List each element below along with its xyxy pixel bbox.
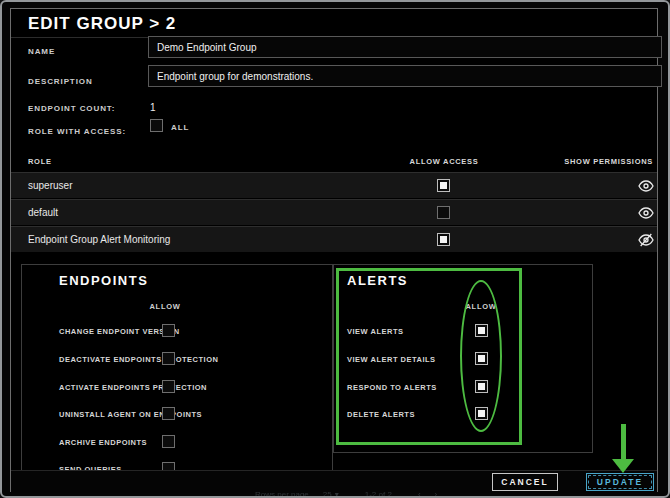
allow-access-checkbox[interactable]	[437, 179, 450, 192]
rows-per-page-label: Rows per page	[255, 490, 309, 498]
permission-label: ARCHIVE ENDPOINTS	[59, 438, 147, 447]
permission-label: ACTIVATE ENDPOINTS PROTECTION	[59, 383, 207, 392]
role-with-access-label: ROLE WITH ACCESS:	[28, 127, 126, 136]
update-arrow-annotation	[621, 424, 626, 460]
permission-checkbox[interactable]	[162, 462, 175, 470]
pagination-next-icon: ›	[435, 490, 438, 498]
eye-off-icon[interactable]	[638, 232, 654, 248]
cancel-button[interactable]: CANCEL	[492, 473, 558, 491]
permission-checkbox[interactable]	[475, 380, 488, 393]
update-button[interactable]: UPDATE	[586, 473, 654, 491]
endpoints-panel-title: ENDPOINTS	[59, 273, 148, 288]
description-input[interactable]	[148, 65, 662, 87]
table-row-endpoint-group-alert-monitoring: Endpoint Group Alert Monitoring	[11, 226, 657, 252]
roles-table-header: ROLE ALLOW ACCESS SHOW PERMISSIONS	[11, 153, 657, 170]
permission-label: VIEW ALERT DETAILS	[347, 355, 436, 364]
permission-checkbox[interactable]	[162, 407, 175, 420]
allow-access-checkbox[interactable]	[437, 206, 450, 219]
permission-label: VIEW ALERTS	[347, 327, 403, 336]
pagination-range-text: 1-2 of 2	[365, 490, 392, 498]
background-pagination-bar: Rows per page 25 ▾ 1-2 of 2 ‹ ›	[255, 490, 437, 498]
table-row-superuser: superuser	[11, 172, 657, 198]
permission-label: DEACTIVATE ENDPOINTS PROTECTION	[59, 355, 218, 364]
alerts-permissions-panel: ALERTS ALLOW VIEW ALERTS VIEW ALERT DETA…	[333, 264, 593, 453]
permission-checkbox[interactable]	[162, 352, 175, 365]
role-name: superuser	[28, 173, 72, 198]
all-checkbox-label: ALL	[171, 123, 189, 132]
endpoint-count-value: 1	[150, 102, 156, 113]
allow-access-checkbox[interactable]	[437, 233, 450, 246]
permission-label: RESPOND TO ALERTS	[347, 383, 437, 392]
eye-icon[interactable]	[638, 178, 654, 194]
dropdown-caret-icon: ▾	[335, 490, 339, 498]
pagination-prev-icon: ‹	[418, 490, 421, 498]
permission-checkbox[interactable]	[475, 352, 488, 365]
eye-icon[interactable]	[638, 205, 654, 221]
table-row-default: default	[11, 199, 657, 225]
endpoint-count-label: ENDPOINT COUNT:	[28, 104, 115, 113]
permission-checkbox[interactable]	[475, 407, 488, 420]
dialog-title: EDIT GROUP > 2	[28, 14, 176, 34]
permission-label: DELETE ALERTS	[347, 410, 415, 419]
column-header-allow-access: ALLOW ACCESS	[394, 153, 494, 170]
name-label: NAME	[28, 47, 55, 56]
column-header-show-permissions: SHOW PERMISSIONS	[564, 153, 653, 170]
permission-checkbox[interactable]	[162, 380, 175, 393]
endpoints-permissions-panel: ENDPOINTS ALLOW CHANGE ENDPOINT VERSION …	[21, 264, 333, 470]
column-header-role: ROLE	[28, 153, 52, 170]
alerts-allow-header: ALLOW	[456, 302, 506, 311]
endpoints-allow-header: ALLOW	[140, 302, 190, 311]
permission-checkbox[interactable]	[475, 324, 488, 337]
description-label: DESCRIPTION	[28, 77, 93, 86]
permission-checkbox[interactable]	[162, 324, 175, 337]
role-name: Endpoint Group Alert Monitoring	[28, 227, 170, 252]
edit-group-dialog: EDIT GROUP > 2 NAME DESCRIPTION ENDPOINT…	[10, 8, 658, 492]
name-input[interactable]	[148, 36, 662, 58]
permission-checkbox[interactable]	[162, 435, 175, 448]
alerts-panel-title: ALERTS	[347, 273, 408, 288]
all-roles-checkbox[interactable]	[150, 119, 163, 132]
rows-per-page-value: 25	[323, 490, 332, 498]
screenshot-frame: EDIT GROUP > 2 NAME DESCRIPTION ENDPOINT…	[0, 0, 670, 498]
role-name: default	[28, 200, 58, 225]
permission-label: UNINSTALL AGENT ON ENDPOINTS	[59, 410, 202, 419]
